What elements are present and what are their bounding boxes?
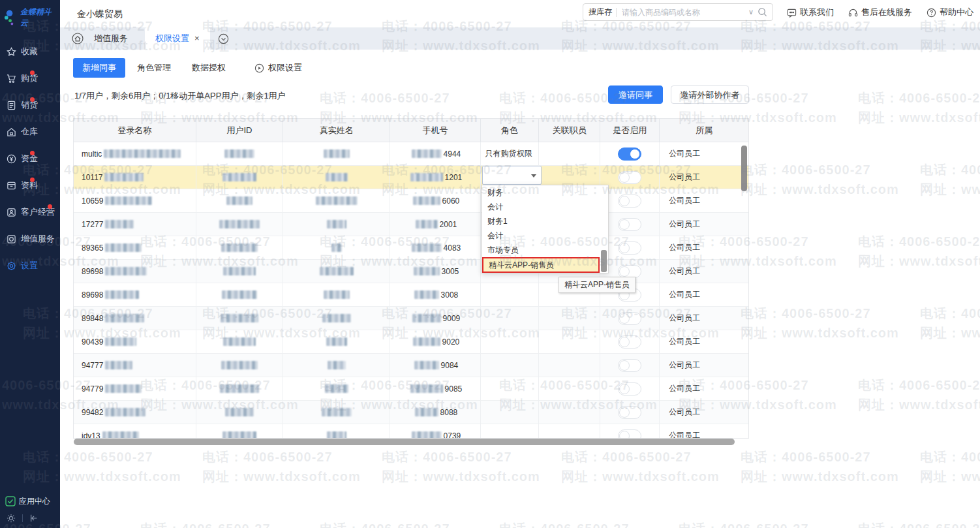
- cell-phone: 3008: [390, 283, 481, 307]
- chevron-down-icon[interactable]: ∨: [748, 8, 754, 16]
- redacted-text: [105, 267, 147, 275]
- invite-external-collaborator-button[interactable]: 邀请外部协作者: [671, 85, 749, 104]
- app-center-button[interactable]: 应用中心: [0, 494, 60, 508]
- cell-realname: [283, 424, 390, 439]
- sidebar-item-favorites[interactable]: 收藏: [0, 44, 60, 59]
- table-row[interactable]: 10659 6060 公司员工: [74, 189, 748, 213]
- cell-phone: 1201: [390, 166, 481, 189]
- redacted-text: [327, 220, 346, 228]
- cell-belong: 公司员工: [660, 401, 748, 424]
- select-caret-icon: [531, 174, 536, 178]
- enable-toggle[interactable]: [618, 359, 641, 372]
- home-tab-button[interactable]: [72, 33, 84, 44]
- sidebar-item-label: 销货: [21, 99, 38, 111]
- column-header-role[interactable]: 角色: [481, 119, 539, 142]
- sidebar-item-settings[interactable]: 设置: [0, 258, 60, 273]
- table-row[interactable]: 17277 2001 公司员工: [74, 213, 748, 236]
- subtab-data-authorization[interactable]: 数据授权: [183, 58, 235, 78]
- redacted-text: [220, 384, 259, 393]
- table-row[interactable]: multic 4944 只有购货权限 公司员工: [74, 142, 748, 166]
- enable-toggle[interactable]: [618, 218, 641, 231]
- table-body: multic 4944 只有购货权限 公司员工 10117 1201 公司员工 …: [74, 142, 748, 439]
- column-header-realname[interactable]: 真实姓名: [283, 119, 390, 142]
- table-row[interactable]: 89848 9009 公司员工: [74, 307, 748, 330]
- enable-toggle[interactable]: [618, 148, 641, 161]
- column-header-phone[interactable]: 手机号: [390, 119, 481, 142]
- close-tab-icon[interactable]: ×: [194, 27, 200, 50]
- column-header-enabled[interactable]: 是否启用: [600, 119, 660, 142]
- enable-toggle[interactable]: [618, 241, 641, 255]
- search-input[interactable]: [620, 7, 744, 18]
- column-header-employee[interactable]: 关联职员: [539, 119, 601, 142]
- invite-colleague-button[interactable]: 邀请同事: [608, 85, 663, 104]
- cell-role: [481, 401, 539, 424]
- cell-login: 89848: [74, 307, 196, 330]
- page-tab-bar: 增值服务 权限设置 ×: [60, 27, 980, 50]
- cell-userid: [196, 166, 284, 189]
- sidebar-item-data[interactable]: 资料: [0, 178, 60, 193]
- role-option[interactable]: 会计: [482, 200, 608, 214]
- dropdown-scrollbar[interactable]: [601, 250, 607, 272]
- enable-toggle[interactable]: [618, 406, 641, 419]
- enable-toggle[interactable]: [618, 312, 641, 325]
- enable-toggle[interactable]: [618, 194, 641, 208]
- role-option[interactable]: 精斗云APP-销售员: [482, 257, 600, 273]
- table-row[interactable]: 94779 9085 公司员工: [74, 377, 748, 401]
- enable-toggle[interactable]: [618, 429, 641, 439]
- inventory-search[interactable]: 搜库存 ∨: [583, 3, 773, 21]
- search-icon[interactable]: [758, 7, 767, 17]
- subtab-role-management[interactable]: 角色管理: [128, 58, 180, 78]
- sidebar-item-customer[interactable]: 客户经营: [0, 204, 60, 220]
- collapse-sidebar-icon[interactable]: [29, 514, 38, 523]
- tab-value-added-service[interactable]: 增值服务: [84, 27, 138, 50]
- role-select-box[interactable]: [482, 166, 542, 185]
- table-row[interactable]: 89698 3005 公司员工: [74, 260, 748, 283]
- chat-icon: [787, 8, 797, 18]
- help-icon: [926, 8, 936, 18]
- table-row[interactable]: idy13 0739 公司员工: [74, 424, 748, 439]
- user-quota-info: 1/7用户，剩余6用户；0/1移动开单APP用户，剩余1用户: [74, 90, 286, 102]
- table-row[interactable]: 94777 9084 公司员工: [74, 354, 748, 377]
- table-row[interactable]: 90439 9020 公司员工: [74, 330, 748, 354]
- column-header-login[interactable]: 登录名称: [74, 119, 196, 142]
- enable-toggle[interactable]: [618, 171, 641, 184]
- sidebar-item-warehouse[interactable]: 仓库: [0, 124, 60, 140]
- table-row[interactable]: 10117 1201 公司员工: [74, 166, 748, 189]
- table-horizontal-scrollbar[interactable]: [74, 439, 735, 445]
- enable-toggle[interactable]: [618, 265, 641, 278]
- redacted-text: [225, 408, 254, 416]
- column-header-belong[interactable]: 所属: [660, 119, 748, 142]
- enable-toggle[interactable]: [618, 382, 641, 396]
- theme-icon[interactable]: [7, 514, 16, 523]
- contact-us-link[interactable]: 联系我们: [787, 7, 834, 18]
- cell-employee: [539, 330, 601, 354]
- after-sales-service-link[interactable]: 售后在线服务: [848, 7, 912, 18]
- sidebar-item-label: 设置: [21, 260, 38, 272]
- sidebar-item-funds[interactable]: 资金: [0, 151, 60, 166]
- cell-phone: 4944: [390, 142, 481, 166]
- table-row[interactable]: 99482 8088 公司员工: [74, 401, 748, 424]
- role-option[interactable]: 市场专员: [482, 243, 608, 257]
- table-vertical-scrollbar[interactable]: [741, 146, 747, 191]
- column-header-userid[interactable]: 用户ID: [196, 119, 284, 142]
- subtab-add-colleague[interactable]: 新增同事: [73, 58, 125, 78]
- role-option[interactable]: 财务: [482, 185, 608, 200]
- sidebar-item-value-added[interactable]: 增值服务: [0, 231, 60, 247]
- help-center-link[interactable]: 帮助中心: [926, 7, 973, 18]
- redacted-text: [415, 408, 438, 416]
- cell-login: 90439: [74, 330, 196, 354]
- table-row[interactable]: 89698 3008 公司员工: [74, 283, 748, 307]
- permission-settings-guide-link[interactable]: 权限设置: [254, 62, 302, 74]
- sidebar-item-purchase[interactable]: 购货: [0, 70, 60, 86]
- table-row[interactable]: 89365 4083 公司员工: [74, 236, 748, 260]
- tab-list-dropdown-button[interactable]: [218, 33, 229, 44]
- notification-dot: [30, 178, 35, 182]
- toggle-knob: [619, 196, 630, 206]
- sidebar-item-sales[interactable]: 销货: [0, 97, 60, 113]
- search-category-label[interactable]: 搜库存: [589, 7, 612, 18]
- enable-toggle[interactable]: [618, 335, 641, 349]
- role-option[interactable]: 财务1: [482, 214, 608, 228]
- cell-phone: 6060: [390, 189, 481, 213]
- role-option[interactable]: 会计: [482, 228, 608, 243]
- tab-permission-settings[interactable]: 权限设置 ×: [145, 27, 210, 50]
